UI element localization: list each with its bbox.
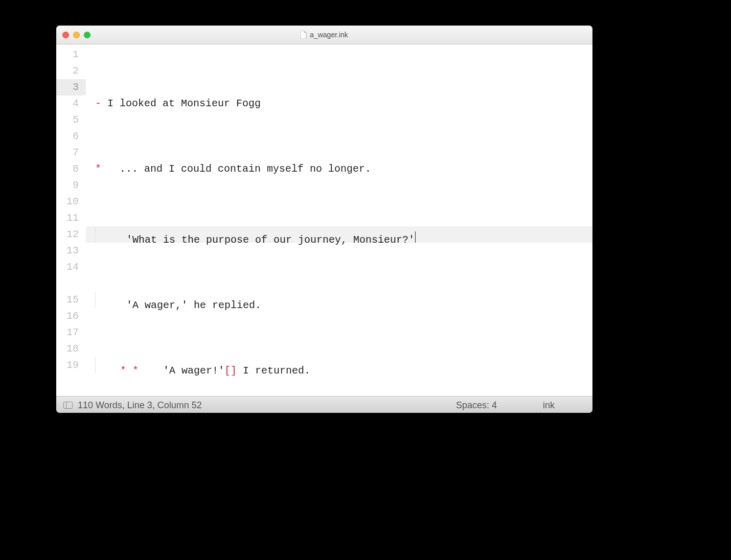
ink-choice-marker: * (95, 161, 101, 177)
zoom-icon[interactable] (84, 32, 90, 38)
code-line[interactable]: * * 'A wager!'[] I returned. (86, 357, 592, 374)
line-number: 11 (56, 210, 86, 226)
line-number: 7 (56, 145, 86, 161)
line-number: 1 (56, 46, 86, 63)
line-number: 9 (56, 177, 86, 194)
line-number: 10 (56, 194, 86, 210)
code-text: 'A wager!' (139, 363, 224, 379)
file-icon (301, 31, 307, 39)
ink-suppress-brackets: [] (224, 363, 237, 379)
panel-icon[interactable] (63, 402, 73, 409)
code-line[interactable]: 'What is the purpose of our journey, Mon… (86, 226, 592, 243)
line-number: 19 (56, 357, 86, 374)
close-icon[interactable] (62, 32, 69, 38)
code-text: 'What is the purpose of our journey, Mon… (102, 232, 415, 248)
status-syntax[interactable]: ink (543, 400, 555, 411)
window-title: a_wager.ink (56, 31, 592, 39)
editor-area[interactable]: 1234567891011121314 1516171819 - I looke… (56, 44, 592, 396)
status-stats: 110 Words, Line 3, Column 52 (78, 400, 202, 411)
line-number: 13 (56, 243, 86, 259)
line-number: 14 (56, 259, 86, 275)
code-area[interactable]: - I looked at Monsieur Fogg * ... and I … (86, 44, 592, 396)
code-line[interactable]: * ... and I could contain myself no long… (86, 161, 592, 177)
code-line[interactable]: - I looked at Monsieur Fogg (86, 96, 592, 112)
line-number: 3 (56, 79, 86, 96)
line-number: 4 (56, 96, 86, 112)
ink-gather-marker: - (95, 96, 101, 112)
line-number: 8 (56, 161, 86, 177)
line-number: 16 (56, 308, 86, 324)
code-text: I looked at Monsieur Fogg (101, 96, 261, 112)
status-spaces[interactable]: Spaces: 4 (456, 400, 497, 411)
line-number-gutter: 1234567891011121314 1516171819 (56, 44, 86, 396)
line-number: 12 (56, 226, 86, 243)
text-caret (415, 231, 416, 243)
line-number: 17 (56, 324, 86, 341)
line-number: 18 (56, 341, 86, 357)
minimize-icon[interactable] (73, 32, 80, 38)
code-text: ... and I could contain myself no longer… (101, 161, 371, 177)
line-number: 6 (56, 128, 86, 145)
traffic-lights (62, 32, 90, 38)
code-line[interactable]: 'A wager,' he replied. (86, 292, 592, 308)
line-number-wrap (56, 275, 86, 292)
titlebar[interactable]: a_wager.ink (56, 26, 592, 44)
line-number: 5 (56, 112, 86, 128)
editor-window: a_wager.ink 1234567891011121314 15161718… (56, 26, 592, 413)
line-number: 15 (56, 292, 86, 308)
window-title-text: a_wager.ink (310, 31, 348, 39)
svg-rect-0 (64, 402, 73, 409)
status-bar: 110 Words, Line 3, Column 52 Spaces: 4 i… (56, 396, 592, 413)
code-text: I returned. (237, 363, 310, 379)
line-number: 2 (56, 63, 86, 79)
code-text: 'A wager,' he replied. (102, 297, 261, 314)
ink-choice-marker: * * (120, 363, 139, 379)
